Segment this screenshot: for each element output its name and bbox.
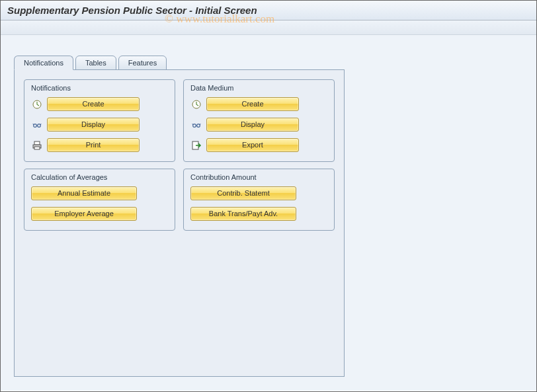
clock-create-icon [31,98,43,110]
page-title: Supplementary Pension Public Sector - In… [7,5,530,16]
notifications-display-button[interactable]: Display [47,118,140,132]
glasses-display-icon [190,119,202,131]
group-notifications: Notifications Create [24,79,175,162]
group-title-data-medium: Data Medium [190,83,327,97]
glasses-display-icon [31,119,43,131]
contrib-statemt-button[interactable]: Contrib. Statemt [190,186,296,200]
svg-rect-3 [34,141,40,145]
toolbar-region [1,20,536,35]
svg-point-1 [34,124,37,127]
print-icon [31,139,43,151]
group-title-calc-averages: Calculation of Averages [31,172,168,186]
group-title-contribution: Contribution Amount [190,172,327,186]
notifications-print-button[interactable]: Print [47,138,140,152]
tab-features[interactable]: Features [118,56,167,70]
tab-strip: Notifications Tables Features [14,56,523,70]
svg-point-8 [197,124,200,127]
group-calc-averages: Calculation of Averages Annual Estimate … [24,169,175,231]
group-contribution: Contribution Amount Contrib. Statemt Ban… [183,169,335,231]
tab-container: Notifications Tables Features Notificati… [14,55,523,377]
tab-notifications[interactable]: Notifications [14,56,73,70]
title-bar: Supplementary Pension Public Sector - In… [1,1,536,20]
data-medium-display-button[interactable]: Display [206,118,299,132]
employer-average-button[interactable]: Employer Average [31,207,137,221]
data-medium-export-button[interactable]: Export [206,138,299,152]
data-medium-create-button[interactable]: Create [206,97,299,111]
tab-tables[interactable]: Tables [75,56,116,70]
svg-point-2 [38,124,41,127]
group-data-medium: Data Medium Create [183,79,335,162]
export-icon [190,139,202,151]
annual-estimate-button[interactable]: Annual Estimate [31,186,137,200]
tab-body: Notifications Create [14,69,345,377]
svg-rect-5 [34,147,40,149]
bank-trans-button[interactable]: Bank Trans/Payt Adv. [190,207,296,221]
svg-point-7 [193,124,196,127]
content-area: Notifications Tables Features Notificati… [1,35,536,391]
group-title-notifications: Notifications [31,83,168,97]
clock-create-icon [190,98,202,110]
notifications-create-button[interactable]: Create [47,97,140,111]
